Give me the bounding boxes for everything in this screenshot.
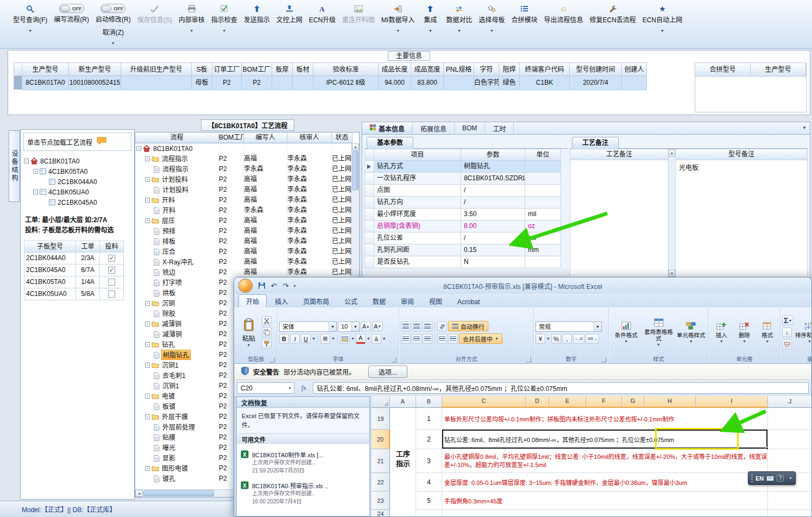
tree-node[interactable]: -4C1BK05UA0 — [22, 187, 133, 197]
param-value[interactable]: 树脂钻孔 — [461, 161, 525, 173]
row-header-19[interactable]: 19 — [372, 408, 390, 430]
column-header[interactable]: PNL规格 — [444, 62, 474, 76]
recovery-file-item[interactable]: X8C1BK01TA0-预审指示.xls ..上次用户保存文件时创建..16:0… — [240, 478, 367, 509]
tree-expander-icon[interactable]: - — [145, 218, 150, 223]
cell-J21[interactable] — [768, 449, 811, 473]
row-selector[interactable] — [364, 197, 374, 209]
toolbar-button-6[interactable]: 指示检查▼ — [208, 3, 241, 34]
column-header[interactable]: 成品长度 — [379, 62, 411, 76]
process-row[interactable]: 开料P2李永森李永森已上网 — [135, 205, 351, 216]
tree-node[interactable]: 2C1BK045A0 — [22, 197, 133, 207]
toggle-off-switch[interactable]: OFF — [59, 4, 84, 13]
undo-icon[interactable]: ↶ — [269, 281, 279, 291]
process-row[interactable]: 排板P2高福李永森已上网 — [135, 236, 351, 247]
cell-B23[interactable]: 5 — [416, 491, 442, 510]
grid-cell[interactable]: 绿色 — [499, 76, 520, 90]
italic-button[interactable]: I — [290, 334, 300, 344]
paste-button[interactable]: 粘贴 ▼ — [237, 318, 261, 347]
param-unit[interactable]: mm — [525, 244, 561, 256]
param-value[interactable]: 8C1BK01TA0.SZDRL — [461, 173, 525, 185]
toolbar-button-13[interactable]: 数据对比▼ — [443, 3, 475, 34]
cell-B19[interactable]: 1 — [416, 408, 442, 430]
grid-cell[interactable]: 10010800052415 — [69, 76, 121, 90]
cell-B21[interactable]: 3 — [416, 449, 442, 473]
toolbar-button-4[interactable]: 保存信息(S) — [134, 3, 175, 25]
tab-acrobat[interactable]: Acrobat — [450, 297, 487, 307]
phonetic-caret-icon[interactable]: ▼ — [382, 337, 386, 341]
dropdown-caret-icon[interactable]: ▼ — [190, 29, 193, 33]
grid-cell[interactable]: 母板 — [192, 76, 212, 90]
grid-cell[interactable] — [121, 76, 192, 90]
dialog-launcher-icon[interactable] — [392, 357, 396, 362]
param-item[interactable]: 点图 — [374, 185, 461, 197]
paste-caret-icon[interactable]: ▼ — [247, 343, 251, 347]
param-value[interactable]: 3.50 — [461, 209, 525, 220]
tree-expander-icon[interactable]: - — [33, 190, 38, 194]
tree-expander-icon[interactable]: - — [145, 414, 150, 419]
align-right-button[interactable] — [423, 334, 432, 344]
column-header-E[interactable]: E — [549, 396, 586, 408]
tree-expander-icon[interactable]: - — [145, 156, 150, 161]
dropdown-caret-icon[interactable]: ▼ — [660, 29, 664, 33]
column-header[interactable]: 板材 — [293, 62, 313, 76]
param-item[interactable]: 孔到孔间距 — [374, 244, 461, 256]
tree-expander-icon[interactable]: - — [33, 169, 38, 174]
row-selector[interactable] — [364, 209, 374, 220]
format-painter-button[interactable] — [262, 339, 272, 349]
column-header[interactable]: BOM工厂 — [219, 133, 244, 143]
toolbar-button-11[interactable]: MI数据导入▼ — [378, 3, 418, 34]
tab-basic-info[interactable]: 基本信息 — [362, 122, 413, 134]
column-header[interactable]: 工单 — [76, 241, 100, 253]
column-header[interactable]: 子板型号 — [24, 241, 76, 253]
column-header[interactable]: 板厚 — [272, 62, 293, 76]
param-row[interactable]: 是否反钻孔N — [364, 256, 568, 268]
dropdown-caret-icon[interactable]: ▼ — [429, 29, 432, 33]
column-header[interactable]: 单位 — [525, 149, 561, 161]
sort-filter-button[interactable]: AZ 排序和筛选▼ — [794, 320, 811, 345]
accounting-caret-icon[interactable]: ▼ — [546, 337, 550, 341]
excel-title-bar[interactable]: 8C1BK01TA0-预审指示.xls [兼容模式] - Microsoft E… — [234, 278, 811, 294]
param-unit[interactable]: oz — [525, 220, 561, 232]
dropdown-caret-icon[interactable]: ▼ — [222, 29, 226, 33]
tab-device-structure[interactable]: 设备结构 — [9, 130, 20, 202]
align-middle-button[interactable] — [412, 321, 421, 331]
borders-button[interactable]: ⊞ — [320, 334, 330, 344]
cell-styles-button[interactable]: 单元格样式▼ — [675, 310, 707, 355]
column-header-H[interactable]: H — [644, 396, 696, 408]
column-header-I[interactable]: I — [696, 396, 768, 408]
cell-C21[interactable]: 最小孔壁铜厚0.8mil，平均孔壁铜厚1mil；线宽公差: 小于10mil的线宽… — [442, 449, 768, 473]
param-unit[interactable] — [525, 185, 561, 197]
cell-C22[interactable]: 金层厚度: 0.05-0.1um镍层厚度: 3~15um; 手指镀硬金制作，金层… — [442, 473, 768, 491]
column-header-B[interactable]: B — [416, 396, 442, 408]
param-unit[interactable]: mil — [525, 209, 561, 220]
toolbar-button-9[interactable]: AECN升级 — [306, 3, 339, 25]
param-value[interactable]: / — [461, 232, 525, 244]
borders-caret-icon[interactable]: ▼ — [331, 337, 335, 341]
grid-cell[interactable] — [272, 76, 293, 90]
language-bar-options-icon[interactable]: ▼ — [789, 476, 792, 480]
process-remark-body[interactable] — [570, 160, 668, 277]
param-unit[interactable] — [525, 256, 561, 268]
process-row[interactable]: -层压P2高福李永森已上网 — [135, 216, 351, 226]
toolbar-button-17[interactable]: 修复ECN丢流程 — [587, 3, 639, 25]
param-row[interactable]: 钻孔方式树脂钻孔 — [364, 161, 568, 173]
increase-decimal-button[interactable]: ←.0 — [573, 334, 584, 344]
grid-cell[interactable]: 2020/7/4 — [570, 76, 622, 90]
column-header[interactable]: 终端客户代码 — [520, 62, 570, 76]
grid-cell[interactable]: 94.000 — [379, 76, 411, 90]
column-header[interactable]: 流程 — [135, 133, 219, 143]
dropdown-caret-icon[interactable]: ▼ — [490, 29, 494, 33]
dropdown-caret-icon[interactable]: ▼ — [457, 29, 461, 33]
name-box[interactable]: C20▼ — [237, 382, 294, 394]
cut-button[interactable] — [262, 316, 272, 326]
row-selector[interactable] — [364, 232, 374, 244]
column-header-D[interactable]: D — [526, 396, 549, 408]
model-remark-body[interactable]: 光电板 — [676, 160, 807, 277]
formula-input[interactable]: 钻孔公差: 6mil、8mil孔径过孔+0.08mm/-∞，其他孔径±0.075… — [313, 382, 809, 394]
tab-home[interactable]: 开始 — [238, 294, 267, 307]
param-item[interactable]: 孔位公差 — [374, 232, 461, 244]
tree-node[interactable]: -8C1BK01TA0 — [22, 156, 133, 166]
insert-cells-button[interactable]: 插入▼ — [710, 310, 732, 355]
column-header[interactable]: BOM工厂 — [242, 62, 272, 76]
row-selector[interactable] — [364, 161, 374, 173]
